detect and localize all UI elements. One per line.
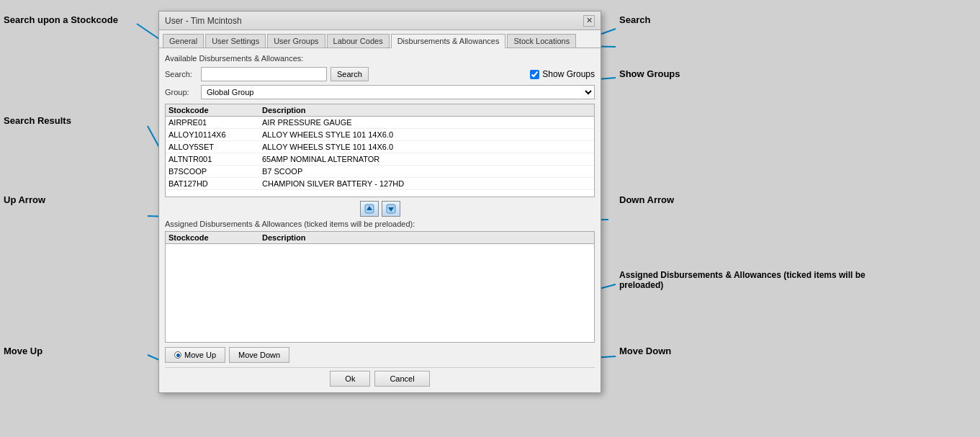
annotation-move-down: Move Down — [619, 346, 671, 356]
search-label: Search: — [165, 70, 197, 78]
table-row[interactable]: ALLOY5SET ALLOY WHEELS STYLE 101 14X6.0 — [166, 141, 594, 153]
cell-description: ALLOY WHEELS STYLE 101 14X6.0 — [262, 143, 591, 151]
tab-bar: General User Settings User Groups Labour… — [159, 30, 601, 48]
move-up-label: Move Up — [184, 351, 216, 359]
available-table-container: Stockcode Description AIRPRE01 AIR PRESS… — [165, 104, 595, 197]
annotation-show-groups: Show Groups — [619, 68, 680, 79]
dialog: User - Tim Mcintosh ✕ General User Setti… — [158, 11, 601, 393]
search-row: Search: Search — [165, 67, 530, 81]
ok-cancel-row: Ok Cancel — [165, 367, 595, 387]
tab-user-groups[interactable]: User Groups — [267, 34, 325, 48]
available-table-header: Stockcode Description — [166, 104, 594, 117]
cell-stockcode: ALLOY5SET — [168, 143, 262, 151]
table-row[interactable]: ALTNTR001 65AMP NOMINAL ALTERNATOR — [166, 153, 594, 166]
group-label: Group: — [165, 88, 197, 96]
cell-stockcode: ALTNTR001 — [168, 155, 262, 163]
table-row[interactable]: ALLOY10114X6 ALLOY WHEELS STYLE 101 14X6… — [166, 129, 594, 141]
assigned-table-container: Stockcode Description — [165, 231, 595, 343]
move-down-label: Move Down — [238, 351, 280, 359]
cell-description: ALLOY WHEELS STYLE 101 14X6.0 — [262, 130, 591, 139]
available-section-title: Available Disbursements & Allowances: — [165, 54, 595, 63]
show-groups-checkbox[interactable] — [530, 70, 539, 79]
move-up-button[interactable]: Move Up — [165, 347, 225, 363]
move-up-radio — [174, 351, 181, 359]
cell-description: CHAMPION SILVER BATTERY - 127HD — [262, 179, 591, 188]
table-row[interactable]: AIRPRE01 AIR PRESSURE GAUGE — [166, 117, 594, 129]
close-button[interactable]: ✕ — [583, 15, 595, 27]
dialog-content: Available Disbursements & Allowances: Se… — [159, 48, 601, 392]
cancel-button[interactable]: Cancel — [374, 371, 429, 387]
dialog-titlebar: User - Tim Mcintosh ✕ — [159, 12, 601, 30]
group-select[interactable]: Global Group — [201, 85, 595, 99]
dialog-title: User - Tim Mcintosh — [165, 16, 242, 26]
tab-stock-locations[interactable]: Stock Locations — [507, 34, 576, 48]
annotation-search-upon: Search upon a Stockcode — [4, 14, 118, 25]
annotation-search: Search — [619, 14, 650, 25]
transfer-buttons-row — [165, 201, 595, 217]
annotation-search-results: Search Results — [4, 115, 71, 126]
show-groups-row: Show Groups — [530, 69, 595, 79]
cell-stockcode: B7SCOOP — [168, 167, 262, 176]
col-header-stockcode: Stockcode — [168, 106, 262, 114]
search-button[interactable]: Search — [331, 67, 369, 81]
cell-stockcode: BAT127HD — [168, 179, 262, 188]
assigned-col-header-stockcode: Stockcode — [168, 233, 262, 242]
search-and-showgroups-row: Search: Search Show Groups — [165, 67, 595, 81]
table-row[interactable]: BAT127HD CHAMPION SILVER BATTERY - 127HD — [166, 178, 594, 190]
move-buttons-row: Move Up Move Down — [165, 347, 595, 363]
assigned-col-header-description: Description — [262, 233, 591, 242]
tab-user-settings[interactable]: User Settings — [205, 34, 266, 48]
cell-description: B7 SCOOP — [262, 167, 591, 176]
table-row[interactable]: B7SCOOP B7 SCOOP — [166, 166, 594, 178]
tab-disbursements[interactable]: Disbursements & Allowances — [391, 34, 506, 48]
search-input[interactable] — [201, 67, 327, 81]
assigned-section-title: Assigned Disbursements & Allowances (tic… — [165, 220, 595, 228]
col-header-description: Description — [262, 106, 591, 114]
annotation-assigned-da: Assigned Disbursements & Allowances (tic… — [619, 270, 907, 290]
cell-description: 65AMP NOMINAL ALTERNATOR — [262, 155, 591, 163]
assigned-table-header: Stockcode Description — [166, 232, 594, 244]
cell-stockcode: AIRPRE01 — [168, 118, 262, 127]
transfer-up-button[interactable] — [360, 201, 379, 217]
annotation-down-arrow: Down Arrow — [619, 194, 674, 205]
move-down-button[interactable]: Move Down — [229, 347, 289, 363]
tab-general[interactable]: General — [163, 34, 204, 48]
tab-labour-codes[interactable]: Labour Codes — [327, 34, 390, 48]
cell-stockcode: ALLOY10114X6 — [168, 130, 262, 139]
group-row: Group: Global Group — [165, 85, 595, 99]
annotation-move-up: Move Up — [4, 346, 42, 356]
cell-description: AIR PRESSURE GAUGE — [262, 118, 591, 127]
annotation-up-arrow: Up Arrow — [4, 194, 45, 205]
transfer-down-button[interactable] — [382, 201, 400, 217]
ok-button[interactable]: Ok — [330, 371, 370, 387]
show-groups-label: Show Groups — [542, 69, 595, 79]
